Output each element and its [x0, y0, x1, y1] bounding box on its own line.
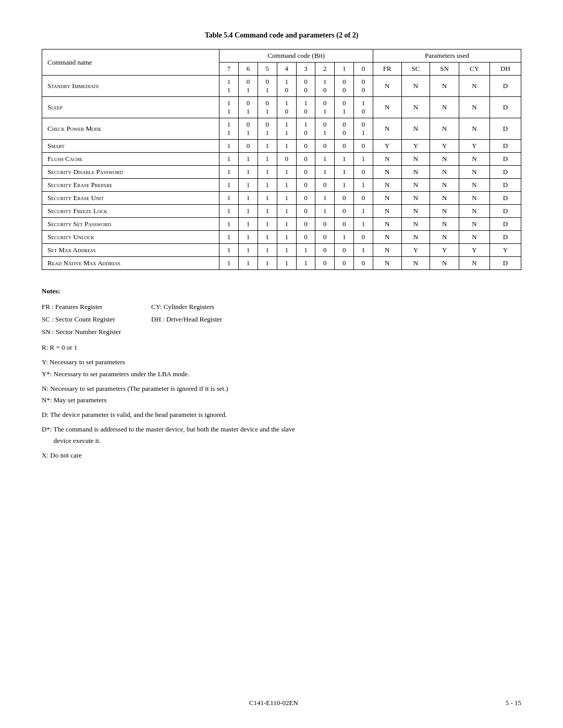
param-cell: N — [430, 179, 459, 192]
table-row: Security Disable Password11110110NNNND — [42, 166, 521, 179]
bit-cell: 0 — [354, 166, 373, 179]
bit-cell: 0 — [296, 192, 315, 205]
bit-cell: 1 — [258, 205, 277, 218]
bit-cell: 01 — [258, 76, 277, 97]
param-cell: N — [401, 179, 430, 192]
param-cell: N — [373, 166, 401, 179]
bit-cell: 1 — [277, 257, 296, 270]
param-cell: N — [459, 153, 490, 166]
cmd-name-cell: Smart — [42, 140, 219, 153]
cmd-name-cell: Security Freeze Lock — [42, 205, 219, 218]
col-bit-4: 4 — [277, 63, 296, 76]
bit-cell: 1 — [258, 244, 277, 257]
table-header-row1: Command name Command code (Bit) Paramete… — [42, 50, 521, 63]
bit-cell: 0 — [296, 231, 315, 244]
bit-cell: 1 — [296, 257, 315, 270]
param-cell: N — [373, 153, 401, 166]
bit-cell: 0 — [335, 205, 354, 218]
cmd-name-cell: Security Unlock — [42, 231, 219, 244]
bit-cell: 01 — [315, 97, 335, 118]
col-command-name: Command name — [42, 50, 219, 76]
param-cell: N — [401, 218, 430, 231]
param-cell: N — [430, 76, 459, 97]
bit-cell: 01 — [239, 76, 258, 97]
note-r: R: R = 0 or 1 — [42, 342, 521, 353]
bit-cell: 1 — [239, 153, 258, 166]
bit-cell: 10 — [277, 97, 296, 118]
bit-cell: 01 — [354, 118, 373, 140]
bit-cell: 1 — [219, 205, 239, 218]
bit-cell: 1 — [354, 205, 373, 218]
bit-cell: 10 — [354, 97, 373, 118]
col-group-params: Parameters used — [373, 50, 521, 63]
param-cell: N — [459, 118, 490, 140]
param-cell: N — [401, 118, 430, 140]
notes-legend: FR : Features Register CY: Cylinder Regi… — [42, 301, 521, 338]
bit-cell: 1 — [219, 231, 239, 244]
bit-cell: 00 — [296, 76, 315, 97]
bit-cell: 1 — [335, 153, 354, 166]
param-cell: N — [430, 192, 459, 205]
bit-cell: 1 — [277, 179, 296, 192]
cmd-name-cell: Flush Cache — [42, 153, 219, 166]
table-row: Set Max Address11111001NYYYY — [42, 244, 521, 257]
bit-cell: 11 — [219, 118, 239, 140]
bit-cell: 1 — [335, 231, 354, 244]
bit-cell: 0 — [354, 231, 373, 244]
bit-cell: 1 — [315, 153, 335, 166]
table-row: Flush Cache11100111NNNND — [42, 153, 521, 166]
bit-cell: 10 — [315, 76, 335, 97]
bit-cell: 0 — [296, 179, 315, 192]
bit-cell: 0 — [354, 140, 373, 153]
bit-cell: 0 — [296, 140, 315, 153]
param-cell: N — [373, 97, 401, 118]
param-cell: N — [401, 231, 430, 244]
bit-cell: 1 — [219, 140, 239, 153]
param-cell: N — [459, 231, 490, 244]
bit-cell: 0 — [354, 192, 373, 205]
bit-cell: 0 — [335, 244, 354, 257]
bit-cell: 0 — [315, 231, 335, 244]
cmd-name-cell: Security Disable Password — [42, 166, 219, 179]
param-cell: N — [373, 118, 401, 140]
col-bit-6: 6 — [239, 63, 258, 76]
bit-cell: 01 — [315, 118, 335, 140]
bit-cell: 0 — [335, 257, 354, 270]
param-cell: N — [459, 97, 490, 118]
param-cell: D — [489, 118, 521, 140]
bit-cell: 1 — [354, 218, 373, 231]
bit-cell: 01 — [239, 97, 258, 118]
bit-cell: 0 — [315, 179, 335, 192]
bit-cell: 1 — [219, 257, 239, 270]
param-cell: D — [489, 218, 521, 231]
param-cell: N — [459, 179, 490, 192]
legend-sc: SC : Sector Count Register — [42, 314, 146, 325]
col-bit-5: 5 — [258, 63, 277, 76]
bit-cell: 1 — [258, 153, 277, 166]
bit-cell: 1 — [219, 166, 239, 179]
bit-cell: 1 — [258, 179, 277, 192]
param-cell: N — [459, 192, 490, 205]
cmd-name-cell: Security Erase Prepare — [42, 179, 219, 192]
note-y: Y: Necessary to set parametersY*: Necess… — [42, 356, 521, 379]
cmd-name-cell: Check Power Mode — [42, 118, 219, 140]
bit-cell: 01 — [258, 97, 277, 118]
param-cell: D — [489, 166, 521, 179]
param-cell: N — [373, 76, 401, 97]
bit-cell: 1 — [239, 192, 258, 205]
bit-cell: 1 — [315, 205, 335, 218]
param-cell: Y — [459, 244, 490, 257]
bit-cell: 00 — [335, 76, 354, 97]
param-cell: N — [373, 192, 401, 205]
bit-cell: 1 — [354, 244, 373, 257]
bit-cell: 1 — [258, 192, 277, 205]
param-cell: N — [459, 257, 490, 270]
bit-cell: 1 — [219, 153, 239, 166]
bit-cell: 0 — [354, 257, 373, 270]
param-cell: N — [430, 166, 459, 179]
bit-cell: 1 — [315, 166, 335, 179]
param-cell: N — [430, 218, 459, 231]
table-row: Security Freeze Lock11110101NNNND — [42, 205, 521, 218]
col-bit-1: 1 — [335, 63, 354, 76]
notes-section: Notes: FR : Features Register CY: Cylind… — [42, 286, 521, 461]
